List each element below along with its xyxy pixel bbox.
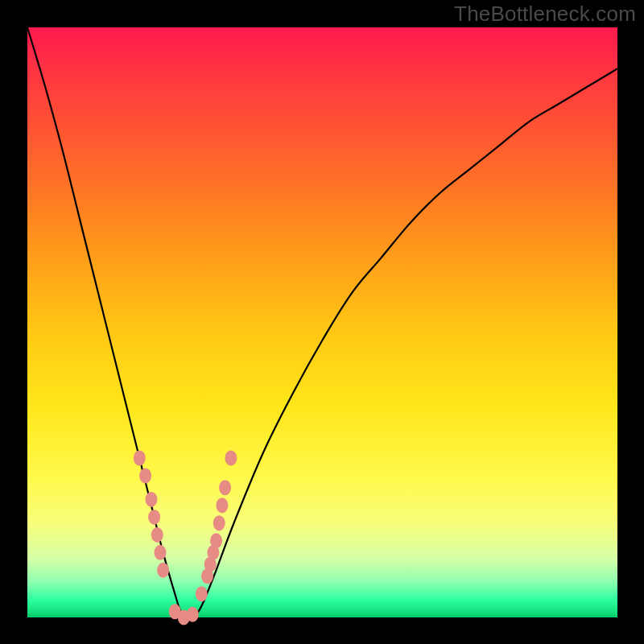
scatter-dot [196,586,208,601]
scatter-dot [219,480,231,495]
scatter-dot [134,451,146,466]
scatter-dot [157,563,169,578]
chart-frame: TheBottleneck.com [0,0,644,644]
scatter-dot [139,469,151,484]
watermark-text: TheBottleneck.com [454,2,636,27]
scatter-dot [225,451,237,466]
scatter-markers [134,451,237,625]
scatter-dot [210,533,222,548]
plot-area [27,27,617,617]
scatter-dot [148,510,160,525]
scatter-dot [151,527,163,543]
scatter-dot [187,607,199,622]
scatter-dot [145,492,157,507]
curve-svg [27,27,617,617]
scatter-dot [154,545,166,560]
scatter-dot [216,497,228,513]
scatter-dot [213,515,225,530]
bottleneck-curve [27,27,617,618]
